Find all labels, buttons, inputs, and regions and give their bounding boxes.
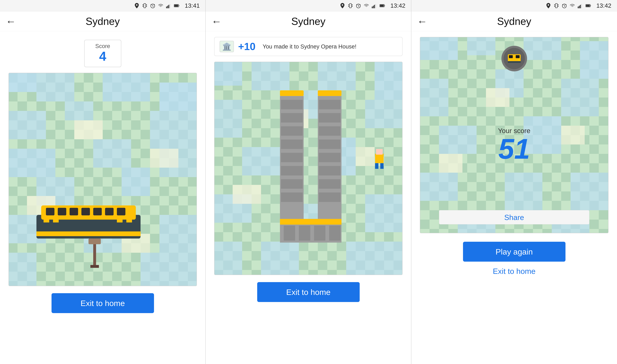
svg-rect-32 <box>9 253 36 286</box>
svg-rect-35 <box>150 149 178 168</box>
svg-rect-58 <box>348 6 349 7</box>
svg-rect-140 <box>580 41 608 79</box>
exit-home-button-3[interactable]: Exit to home <box>493 267 535 275</box>
button-area-1: Exit to home <box>0 286 206 322</box>
svg-rect-47 <box>36 232 140 236</box>
back-button-3[interactable]: ← <box>417 16 427 26</box>
vibrate-icon <box>142 3 148 8</box>
svg-rect-33 <box>140 253 197 286</box>
svg-rect-114 <box>314 225 325 241</box>
svg-rect-62 <box>373 6 374 8</box>
status-icons-2: 13:42 <box>340 2 405 9</box>
game-area-2 <box>214 62 402 275</box>
wifi-icon-2 <box>364 3 369 8</box>
signal-icon-2 <box>372 3 377 8</box>
svg-rect-23 <box>150 111 197 149</box>
nav-title-2: Sydney <box>227 15 389 27</box>
svg-rect-157 <box>516 55 520 58</box>
svg-rect-86 <box>261 242 299 275</box>
back-button-2[interactable]: ← <box>211 16 222 26</box>
svg-rect-124 <box>558 6 559 7</box>
exit-home-button-2[interactable]: Exit to home <box>257 282 360 302</box>
svg-rect-93 <box>281 113 303 122</box>
svg-rect-143 <box>561 79 599 116</box>
time-display-1: 13:41 <box>185 2 200 9</box>
svg-rect-8 <box>168 5 169 8</box>
svg-rect-46 <box>117 208 125 215</box>
svg-rect-21 <box>9 111 46 139</box>
svg-rect-121 <box>554 4 555 5</box>
svg-rect-19 <box>103 73 150 101</box>
svg-rect-61 <box>372 7 373 8</box>
signal-icon-3 <box>577 3 583 8</box>
svg-rect-75 <box>375 62 402 100</box>
svg-rect-66 <box>384 5 385 6</box>
panel-1: 13:41 ← Sydney Score 4 <box>0 0 206 364</box>
svg-rect-76 <box>215 100 242 138</box>
svg-rect-131 <box>590 5 591 6</box>
back-button-1[interactable]: ← <box>6 16 16 26</box>
svg-rect-132 <box>586 5 590 7</box>
svg-rect-116 <box>375 154 384 163</box>
time-display-3: 13:42 <box>596 2 611 9</box>
svg-rect-89 <box>233 185 261 204</box>
svg-rect-148 <box>571 173 608 210</box>
svg-rect-102 <box>319 100 341 109</box>
svg-rect-123 <box>554 6 555 7</box>
svg-rect-28 <box>122 168 150 196</box>
svg-rect-59 <box>352 6 353 7</box>
opera-house-icon: 🏛️ <box>219 41 234 52</box>
nav-bar-3: ← Sydney <box>411 11 617 31</box>
svg-rect-51 <box>126 219 132 222</box>
svg-rect-44 <box>93 208 102 215</box>
button-area-2: Exit to home <box>206 275 411 311</box>
play-again-button[interactable]: Play again <box>463 242 565 262</box>
svg-rect-74 <box>318 62 356 90</box>
svg-rect-43 <box>82 208 90 215</box>
status-bar-3: 13:42 <box>411 0 617 11</box>
share-button[interactable]: Share <box>439 210 590 224</box>
status-bar-2: 13:42 <box>206 0 411 11</box>
panel-2: 13:42 ← Sydney 🏛️ +10 You made it to Syd… <box>206 0 411 364</box>
svg-rect-25 <box>93 139 131 168</box>
time-display-2: 13:42 <box>390 2 405 9</box>
location-icon <box>134 3 139 8</box>
location-icon-2 <box>340 3 345 8</box>
svg-rect-49 <box>53 219 59 222</box>
wifi-icon-3 <box>570 3 575 8</box>
svg-rect-48 <box>43 219 49 222</box>
svg-rect-90 <box>280 90 304 96</box>
svg-rect-54 <box>90 265 99 268</box>
svg-rect-151 <box>486 88 509 107</box>
svg-rect-160 <box>518 59 520 61</box>
status-icons-3: 13:42 <box>546 2 611 9</box>
svg-rect-144 <box>439 126 477 154</box>
battery-icon <box>174 3 179 8</box>
svg-rect-20 <box>159 82 197 111</box>
svg-rect-122 <box>558 4 559 5</box>
svg-rect-41 <box>58 208 66 215</box>
svg-rect-112 <box>284 225 295 241</box>
svg-rect-129 <box>581 4 582 8</box>
svg-rect-128 <box>580 5 581 8</box>
svg-rect-113 <box>299 225 310 241</box>
exit-home-button-1[interactable]: Exit to home <box>52 293 154 313</box>
svg-rect-0 <box>144 3 146 8</box>
svg-rect-64 <box>375 4 376 8</box>
avatar-circle <box>501 46 527 71</box>
svg-rect-103 <box>319 113 341 122</box>
score-gain-2: +10 <box>238 41 256 52</box>
your-score-number: 51 <box>498 134 531 163</box>
svg-rect-53 <box>89 239 101 244</box>
svg-rect-78 <box>365 100 402 128</box>
notif-banner-2: 🏛️ +10 You made it to Sydney Opera House… <box>214 37 402 56</box>
svg-rect-126 <box>578 7 578 8</box>
svg-rect-137 <box>420 37 458 60</box>
status-icons-1: 13:41 <box>134 2 200 9</box>
svg-rect-42 <box>69 208 78 215</box>
svg-rect-17 <box>9 73 36 92</box>
button-area-3: Play again Exit to home <box>411 233 617 284</box>
svg-rect-141 <box>420 79 448 116</box>
svg-rect-31 <box>159 215 197 253</box>
svg-rect-40 <box>46 208 55 215</box>
